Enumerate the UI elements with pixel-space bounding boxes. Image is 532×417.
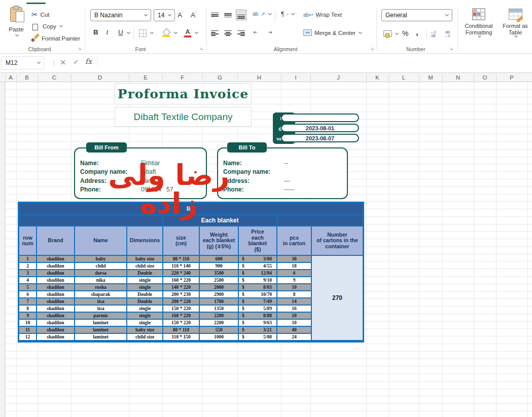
table-cell[interactable]: 40 [277,327,311,333]
table-cell[interactable]: 200 * 230 [163,291,199,297]
table-title-cell[interactable]: list [19,203,363,214]
column-header-K[interactable]: K [366,73,388,82]
column-header-F[interactable]: F [162,73,202,82]
clipboard-dialog-launcher-icon[interactable]: ↘ [78,46,82,51]
table-cell[interactable]: 110 * 140 [163,263,199,269]
table-cell[interactable]: shadilon [37,284,74,290]
table-cell[interactable]: 9 [277,277,311,283]
column-header-B[interactable]: B [16,73,38,82]
fill-color-chevron-icon[interactable] [174,30,178,34]
table-cell[interactable]: laminet [75,327,126,333]
number-format-combo[interactable]: General [381,9,452,21]
invoice-date-value[interactable]: 2023-08-01 [281,124,359,132]
table-cell[interactable]: child size [127,263,162,269]
table-cell[interactable]: 30 [277,256,311,262]
column-header-I[interactable]: I [281,73,310,82]
font-size-combo[interactable]: 14 [154,9,175,21]
table-cell[interactable]: 8 [19,306,36,312]
table-cell[interactable]: single [127,277,162,283]
column-header-E[interactable]: E [129,73,162,82]
table-cell[interactable]: 150 * 220 [163,320,199,326]
name-box[interactable]: M12 [1,56,45,69]
table-cell[interactable]: laminet [75,320,126,326]
decrease-decimal-button[interactable]: .00→0 [444,30,450,37]
table-cell[interactable]: single [127,313,162,319]
table-cell[interactable]: 3500 [200,270,238,276]
column-header-M[interactable]: M [419,73,442,82]
table-cell[interactable]: 2200 [200,313,238,319]
column-header-H[interactable]: H [237,73,281,82]
underline-chevron-icon[interactable] [127,30,130,34]
align-center-button[interactable] [224,29,232,36]
table-cell-price[interactable]: $12/84 [239,270,276,276]
table-cell[interactable]: 12 [19,334,36,340]
table-cell[interactable]: shadilon [37,298,74,305]
table-cell[interactable]: 140 * 220 [163,284,199,290]
column-header-P[interactable]: P [496,73,527,82]
table-cell[interactable]: 1 [19,256,36,262]
table-cell[interactable]: shadilon [37,270,74,276]
bill-field-value[interactable]: ----- [284,186,294,193]
table-cell[interactable]: shadilon [37,277,74,283]
borders-icon[interactable] [139,29,147,37]
align-bottom-button[interactable] [236,10,246,20]
table-cell[interactable]: 7 [19,298,36,305]
table-cell[interactable]: 10 [277,320,311,326]
paste-button[interactable]: Paste [5,7,27,47]
comma-style-button[interactable]: , [416,27,418,37]
decrease-font-size-button[interactable]: Aˇ [191,11,197,19]
table-cell[interactable]: Double [127,291,162,297]
table-cell[interactable]: child size [127,334,162,340]
table-cell[interactable]: 900 [200,263,238,269]
table-cell-price[interactable]: $7/49 [239,298,276,305]
table-cell[interactable]: 2900 [200,291,238,297]
table-cell[interactable]: shadilon [37,334,74,340]
table-cell[interactable]: 160 * 220 [163,277,199,283]
confirm-entry-icon[interactable]: ✓ [73,58,79,66]
align-left-button[interactable] [211,29,219,36]
table-cell-price[interactable]: $5/89 [239,306,276,312]
table-cell[interactable]: 2200 [200,320,238,326]
table-cell[interactable]: shadilon [37,327,74,333]
font-dialog-launcher-icon[interactable]: ↘ [199,46,203,51]
fill-color-icon[interactable] [162,29,170,37]
bold-button[interactable]: B [93,28,98,36]
cut-button[interactable]: ✂ Cut [31,10,49,19]
orientation-button[interactable]: ab↗ [253,11,271,17]
column-header-A[interactable]: A [5,73,16,82]
table-cell[interactable]: single [127,284,162,290]
percent-style-button[interactable]: % [402,29,408,37]
table-cell[interactable]: shadilon [37,263,74,269]
table-cell[interactable]: tisa [75,306,126,312]
table-cell-price[interactable]: $9/63 [239,320,276,326]
table-cell[interactable]: 10 [19,320,36,326]
table-cell[interactable]: 16 [277,306,311,312]
table-cell[interactable]: shadilon [37,291,74,297]
bill-field-value[interactable]: Iran [141,177,152,184]
table-cell[interactable]: 1700 [200,298,238,305]
table-cell[interactable]: baby size [127,256,162,262]
decrease-indent-button[interactable]: ⇤ [254,29,258,35]
text-direction-button[interactable]: ¶‹ [281,11,294,18]
table-cell[interactable]: 150 * 220 [163,306,199,312]
table-cell-price[interactable]: $8/03 [239,284,276,290]
bill-field-value[interactable]: 091924 57 [141,186,173,193]
table-cell-price[interactable]: $3/21 [239,327,276,333]
italic-button[interactable]: I [106,28,109,36]
table-cell[interactable]: shaparak [75,291,126,297]
column-header-D[interactable]: D [71,73,129,82]
table-cell-price[interactable]: $10/70 [239,291,276,297]
column-header-J[interactable]: J [310,73,366,82]
table-cell-price[interactable]: $3/00 [239,256,276,262]
table-cell[interactable]: 8 [277,291,311,297]
table-cell[interactable]: 24 [277,334,311,340]
table-cell[interactable]: Double [127,298,162,305]
table-cell[interactable]: 160 * 220 [163,313,199,319]
table-cell[interactable]: 110 * 150 [163,334,199,340]
table-cell[interactable]: 14 [277,298,311,305]
table-cell[interactable]: 10 [277,313,311,319]
table-cell-price[interactable]: $4/55 [239,263,276,269]
table-cell[interactable]: single [127,306,162,312]
table-cell[interactable]: 220 * 240 [163,270,199,276]
font-color-icon[interactable]: A [184,28,192,37]
